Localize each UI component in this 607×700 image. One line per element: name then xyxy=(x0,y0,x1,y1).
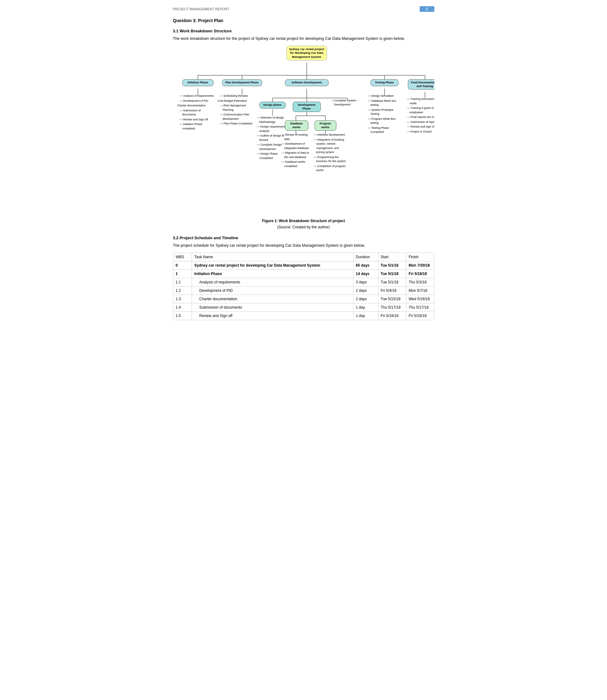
wbs-software-node: Software Development xyxy=(285,79,329,86)
cell-task: Review and Sign off xyxy=(192,312,353,320)
cell-wbs: 1.5 xyxy=(173,312,192,320)
wbs-plan-node: Plan Development Phase xyxy=(222,79,262,86)
complete-system: —Complete System Development xyxy=(332,99,364,106)
cell-finish: Mon 5/7/18 xyxy=(406,287,434,295)
figure-caption: Figure 1: Work Breakdown Structure of pr… xyxy=(173,219,434,223)
col-duration: Duration xyxy=(353,253,378,261)
table-row: 1Initiation Phase14 daysTue 5/1/18Fri 5/… xyxy=(173,270,434,278)
table-row: 1.4Submission of documents1 dayThu 5/17/… xyxy=(173,303,434,312)
wbs-development-node: Development Phase xyxy=(293,102,321,112)
wbs-database-node: Database works xyxy=(285,121,308,131)
cell-duration: 1 day xyxy=(353,303,378,312)
cell-finish: Fri 5/18/18 xyxy=(406,312,434,320)
cell-start: Fri 5/4/18 xyxy=(378,287,406,295)
cell-start: Tue 5/15/18 xyxy=(378,295,406,303)
cell-finish: Wed 5/16/18 xyxy=(406,295,434,303)
program-list: Interface development Integration of boo… xyxy=(314,133,348,173)
page-number: 8 xyxy=(420,6,434,12)
col-start: Start xyxy=(378,253,406,261)
cell-wbs: 1 xyxy=(173,270,192,278)
cell-wbs: 1.3 xyxy=(173,295,192,303)
wbs-testing-node: Testing Phase xyxy=(371,79,399,86)
wbs-design-node: Design phase xyxy=(259,102,286,109)
cell-task: Development of PID xyxy=(192,287,353,295)
cell-start: Tue 5/1/18 xyxy=(378,278,406,287)
source-caption: (Source: Created by the author) xyxy=(173,225,434,229)
cell-duration: 14 days xyxy=(353,270,378,278)
cell-finish: Thu 5/3/18 xyxy=(406,278,434,287)
cell-wbs: 1.1 xyxy=(173,278,192,287)
subsection31-body: The work breakdown structure for the pro… xyxy=(173,36,434,41)
cell-task: Charter documentation xyxy=(192,295,353,303)
cell-task: Sydney car rental project for developing… xyxy=(192,261,353,270)
wbs-initiation-node: Initiation Phase xyxy=(182,79,213,86)
cell-duration: 1 day xyxy=(353,312,378,320)
cell-finish: Fri 5/18/18 xyxy=(406,270,434,278)
cell-duration: 3 days xyxy=(353,278,378,287)
cell-wbs: 1.4 xyxy=(173,303,192,312)
page-header: PROJECT MANAGEMENT REPORT 8 xyxy=(173,6,434,12)
wbs-final-node: Final Documentation and Training xyxy=(408,79,434,90)
cell-duration: 65 days xyxy=(353,261,378,270)
cell-start: Fri 5/18/18 xyxy=(378,312,406,320)
section3-title: Question 3: Project Plan xyxy=(173,18,434,23)
wbs-diagram-container: Sydney car rental project for developing… xyxy=(173,46,434,214)
col-wbs: WBS xyxy=(173,253,192,261)
col-task: Task Name xyxy=(192,253,353,261)
table-row: 1.3Charter documentation2 daysTue 5/15/1… xyxy=(173,295,434,303)
plan-list: Scheduling the plan Cost Budget Estimati… xyxy=(220,94,256,127)
wbs-root-node: Sydney car rental project for developing… xyxy=(287,46,327,60)
cell-start: Tue 5/1/18 xyxy=(378,261,406,270)
cell-duration: 2 days xyxy=(353,287,378,295)
database-list: Review of existing data Development of i… xyxy=(282,133,313,169)
table-row: 1.2Development of PID2 daysFri 5/4/18Mon… xyxy=(173,287,434,295)
col-finish: Finish xyxy=(406,253,434,261)
cell-task: Initiation Phase xyxy=(192,270,353,278)
subsection32-body: The project schedule for Sydney car rent… xyxy=(173,243,434,248)
cell-start: Thu 5/17/18 xyxy=(378,303,406,312)
cell-task: Analysis of requirements xyxy=(192,278,353,287)
cell-duration: 2 days xyxy=(353,295,378,303)
cell-wbs: 1.2 xyxy=(173,287,192,295)
cell-finish: Thu 5/17/18 xyxy=(406,303,434,312)
final-list: Training Documents are made Training is … xyxy=(407,97,434,134)
cell-finish: Mon 7/30/18 xyxy=(406,261,434,270)
subsection32-title: 3.2 Project Schedule and Timeline xyxy=(173,235,434,240)
table-row: 1.1Analysis of requirements3 daysTue 5/1… xyxy=(173,278,434,287)
wbs-program-node: Program works xyxy=(315,121,336,131)
cell-wbs: 0 xyxy=(173,261,192,270)
subsection31-title: 3.1 Work Breakdown Structure xyxy=(173,29,434,33)
wbs-diagram: Sydney car rental project for developing… xyxy=(173,46,434,214)
table-row: 1.5Review and Sign off1 dayFri 5/18/18Fr… xyxy=(173,312,434,320)
cell-task: Submission of documents xyxy=(192,303,353,312)
testing-list: Design Simulation Database Black box tes… xyxy=(368,94,402,135)
report-title: PROJECT MANAGEMENT REPORT xyxy=(173,7,230,11)
cell-start: Tue 5/1/18 xyxy=(378,270,406,278)
initiation-list: Analysis of requirements Development of … xyxy=(180,94,214,131)
schedule-table: WBS Task Name Duration Start Finish 0Syd… xyxy=(173,253,434,320)
table-header-row: WBS Task Name Duration Start Finish xyxy=(173,253,434,261)
table-row: 0Sydney car rental project for developin… xyxy=(173,261,434,270)
